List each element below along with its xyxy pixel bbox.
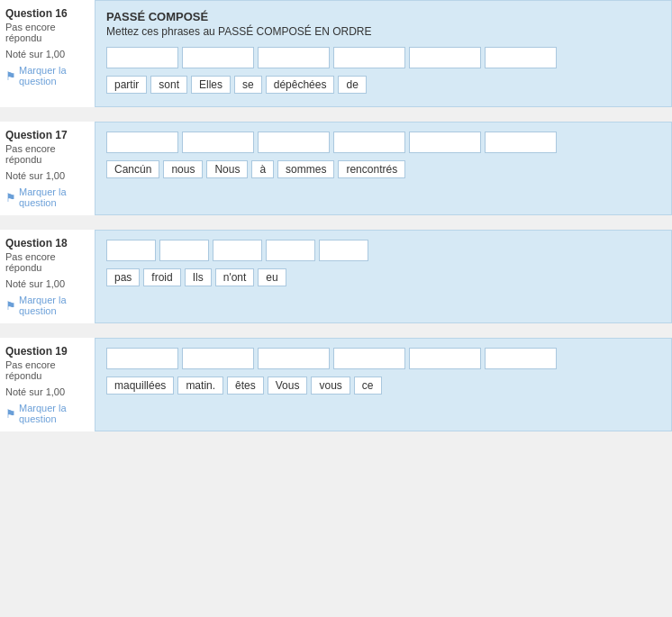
- flag-icon: ⚑: [5, 407, 16, 421]
- sidebar-q18: Question 18Pas encore réponduNoté sur 1,…: [0, 230, 95, 323]
- mark-row-q19[interactable]: ⚑Marquer la question: [5, 403, 89, 424]
- word-chip-q17-2[interactable]: Nous: [206, 160, 248, 178]
- answer-box-q19-1[interactable]: [182, 348, 254, 369]
- word-chip-q17-1[interactable]: nous: [163, 160, 203, 178]
- answer-box-q17-3[interactable]: [333, 132, 405, 153]
- question-number-q18: Question 18: [5, 237, 89, 250]
- sidebar-q17: Question 17Pas encore réponduNoté sur 1,…: [0, 122, 95, 215]
- answer-box-q17-1[interactable]: [182, 132, 254, 153]
- word-bank-q18: pasfroidIlsn'onteu: [106, 268, 660, 286]
- flag-icon: ⚑: [5, 299, 16, 313]
- answer-box-q17-4[interactable]: [409, 132, 481, 153]
- answer-box-q16-1[interactable]: [182, 47, 254, 68]
- section-title: PASSÉ COMPOSÉ: [106, 10, 660, 23]
- sidebar-q19: Question 19Pas encore réponduNoté sur 1,…: [0, 338, 95, 431]
- main-content-q18: pasfroidIlsn'onteu: [95, 230, 672, 323]
- sidebar-q16: Question 16Pas encore réponduNoté sur 1,…: [0, 0, 95, 107]
- answer-box-q16-2[interactable]: [258, 47, 330, 68]
- question-status-q18: Pas encore répondu: [5, 251, 89, 273]
- word-chip-q16-4[interactable]: dépêchées: [266, 76, 335, 94]
- answer-box-q19-3[interactable]: [333, 348, 405, 369]
- word-chip-q18-1[interactable]: froid: [143, 268, 180, 286]
- mark-label-q18: Marquer la question: [19, 295, 89, 316]
- word-chip-q19-2[interactable]: êtes: [227, 377, 264, 395]
- question-note-q17: Noté sur 1,00: [5, 170, 89, 181]
- question-status-q16: Pas encore répondu: [5, 22, 89, 43]
- word-chip-q16-3[interactable]: se: [234, 76, 262, 94]
- question-block-q18: Question 18Pas encore réponduNoté sur 1,…: [0, 230, 672, 323]
- word-chip-q18-2[interactable]: Ils: [185, 268, 212, 286]
- flag-icon: ⚑: [5, 191, 16, 204]
- word-chip-q17-5[interactable]: rencontrés: [338, 160, 405, 178]
- answer-box-q18-1[interactable]: [159, 240, 209, 261]
- answer-box-q19-0[interactable]: [106, 348, 178, 369]
- mark-row-q18[interactable]: ⚑Marquer la question: [5, 295, 89, 316]
- question-number-q16: Question 16: [5, 7, 89, 20]
- main-content-q17: CancúnnousNousàsommesrencontrés: [95, 122, 672, 215]
- word-chip-q16-1[interactable]: sont: [150, 76, 187, 94]
- question-block-q17: Question 17Pas encore réponduNoté sur 1,…: [0, 122, 672, 215]
- answer-boxes-q18: [106, 240, 660, 261]
- word-bank-q19: maquilléesmatin.êtesVousvousce: [106, 377, 660, 395]
- answer-box-q16-4[interactable]: [409, 47, 481, 68]
- word-chip-q16-0[interactable]: partir: [106, 76, 147, 94]
- question-note-q19: Noté sur 1,00: [5, 386, 89, 397]
- word-chip-q19-5[interactable]: ce: [354, 377, 382, 395]
- answer-box-q17-0[interactable]: [106, 132, 178, 153]
- word-chip-q19-1[interactable]: matin.: [177, 377, 223, 395]
- answer-boxes-q19: [106, 348, 660, 369]
- mark-label-q16: Marquer la question: [19, 65, 89, 86]
- flag-icon: ⚑: [5, 69, 16, 83]
- question-note-q16: Noté sur 1,00: [5, 49, 89, 59]
- mark-label-q19: Marquer la question: [19, 403, 89, 424]
- question-status-q17: Pas encore répondu: [5, 143, 89, 165]
- word-chip-q19-4[interactable]: vous: [311, 377, 350, 395]
- answer-box-q18-3[interactable]: [266, 240, 315, 261]
- word-chip-q16-2[interactable]: Elles: [191, 76, 231, 94]
- word-chip-q19-0[interactable]: maquillées: [106, 377, 174, 395]
- answer-box-q16-0[interactable]: [106, 47, 178, 68]
- word-chip-q18-3[interactable]: n'ont: [215, 268, 255, 286]
- answer-boxes-q16: [106, 47, 660, 68]
- word-chip-q17-4[interactable]: sommes: [277, 160, 334, 178]
- word-chip-q17-3[interactable]: à: [251, 160, 274, 178]
- main-content-q16: PASSÉ COMPOSÉMettez ces phrases au PASSÉ…: [95, 0, 672, 107]
- mark-label-q17: Marquer la question: [19, 186, 89, 208]
- spacer: [0, 114, 672, 122]
- spacer: [0, 222, 672, 230]
- answer-box-q16-5[interactable]: [485, 47, 557, 68]
- word-chip-q19-3[interactable]: Vous: [268, 377, 308, 395]
- answer-boxes-q17: [106, 132, 660, 153]
- answer-box-q18-4[interactable]: [319, 240, 368, 261]
- word-bank-q17: CancúnnousNousàsommesrencontrés: [106, 160, 660, 178]
- word-chip-q18-0[interactable]: pas: [106, 268, 140, 286]
- word-chip-q17-0[interactable]: Cancún: [106, 160, 159, 178]
- question-block-q19: Question 19Pas encore réponduNoté sur 1,…: [0, 338, 672, 431]
- answer-box-q17-5[interactable]: [485, 132, 557, 153]
- answer-box-q19-4[interactable]: [409, 348, 481, 369]
- answer-box-q19-2[interactable]: [258, 348, 330, 369]
- word-chip-q18-4[interactable]: eu: [258, 268, 286, 286]
- mark-row-q16[interactable]: ⚑Marquer la question: [5, 65, 89, 86]
- word-chip-q16-5[interactable]: de: [338, 76, 366, 94]
- question-block-q16: Question 16Pas encore réponduNoté sur 1,…: [0, 0, 672, 107]
- question-number-q17: Question 17: [5, 129, 89, 141]
- word-bank-q16: partirsontEllessedépêchéesde: [106, 76, 660, 94]
- question-note-q18: Noté sur 1,00: [5, 278, 89, 289]
- answer-box-q18-2[interactable]: [213, 240, 262, 261]
- question-number-q19: Question 19: [5, 345, 89, 358]
- mark-row-q17[interactable]: ⚑Marquer la question: [5, 186, 89, 208]
- answer-box-q17-2[interactable]: [258, 132, 330, 153]
- page-container: Question 16Pas encore réponduNoté sur 1,…: [0, 0, 672, 439]
- answer-box-q16-3[interactable]: [333, 47, 405, 68]
- answer-box-q18-0[interactable]: [106, 240, 156, 261]
- question-status-q19: Pas encore répondu: [5, 359, 89, 381]
- section-subtitle: Mettez ces phrases au PASSÉ COMPOSÉ EN O…: [106, 25, 660, 38]
- spacer: [0, 331, 672, 338]
- main-content-q19: maquilléesmatin.êtesVousvousce: [95, 338, 672, 431]
- answer-box-q19-5[interactable]: [485, 348, 557, 369]
